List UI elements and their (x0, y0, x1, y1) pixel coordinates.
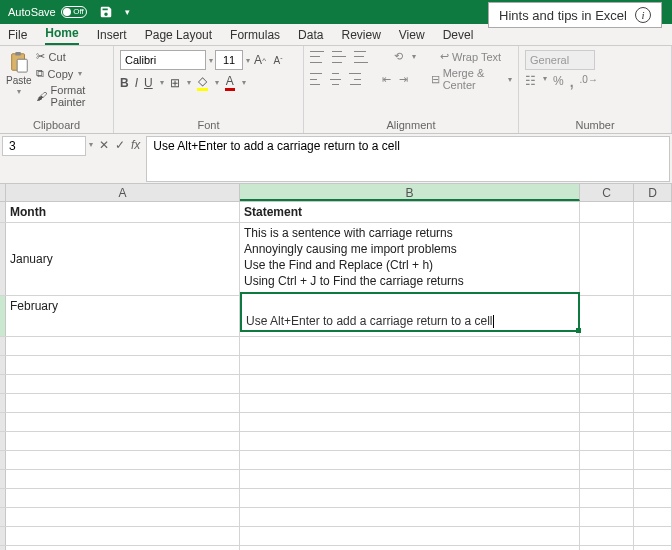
cell[interactable] (240, 489, 580, 507)
cell[interactable] (6, 470, 240, 488)
cell[interactable] (634, 356, 672, 374)
cell[interactable] (240, 337, 580, 355)
cell[interactable] (580, 432, 634, 450)
fill-handle[interactable] (576, 328, 581, 333)
cell[interactable] (580, 451, 634, 469)
align-middle-icon[interactable] (332, 51, 346, 63)
cell[interactable] (240, 394, 580, 412)
chevron-down-icon[interactable]: ▾ (125, 7, 130, 17)
cell[interactable] (240, 432, 580, 450)
cell[interactable] (580, 337, 634, 355)
font-color-button[interactable]: A (225, 74, 235, 91)
tab-view[interactable]: View (399, 25, 425, 45)
cell[interactable]: February (6, 296, 240, 336)
cell[interactable] (634, 296, 672, 336)
cell[interactable] (580, 356, 634, 374)
copy-button[interactable]: ⧉Copy▾ (36, 67, 107, 80)
cell[interactable] (580, 296, 634, 336)
cell[interactable] (6, 451, 240, 469)
cell[interactable] (6, 394, 240, 412)
name-box[interactable] (2, 136, 86, 156)
autosave-toggle[interactable]: AutoSave Off (8, 6, 87, 18)
italic-button[interactable]: I (135, 76, 138, 90)
cell[interactable] (634, 489, 672, 507)
cell[interactable] (580, 546, 634, 550)
align-top-icon[interactable] (310, 51, 324, 63)
cell[interactable] (240, 508, 580, 526)
underline-button[interactable]: U (144, 76, 153, 90)
increase-decimal-icon[interactable]: .0→ (580, 74, 598, 90)
column-header-c[interactable]: C (580, 184, 634, 201)
cell[interactable] (634, 375, 672, 393)
merge-center-button[interactable]: ⊟Merge & Center▾ (431, 67, 512, 91)
align-bottom-icon[interactable] (354, 51, 368, 63)
tab-page-layout[interactable]: Page Layout (145, 25, 212, 45)
confirm-edit-icon[interactable]: ✓ (115, 138, 125, 152)
cell[interactable] (634, 337, 672, 355)
cell[interactable] (240, 546, 580, 550)
decrease-font-icon[interactable]: Aˇ (270, 51, 286, 69)
font-size-select[interactable] (215, 50, 243, 70)
cell-editor[interactable]: Use Alt+Enter to add a carriage return t… (240, 292, 580, 332)
cell[interactable] (580, 223, 634, 295)
cell[interactable] (240, 527, 580, 545)
cell[interactable]: Month (6, 202, 240, 222)
fx-icon[interactable]: fx (131, 138, 140, 152)
column-header-a[interactable]: A (6, 184, 240, 201)
tab-developer[interactable]: Devel (443, 25, 474, 45)
increase-indent-icon[interactable]: ⇥ (399, 73, 408, 86)
cell[interactable] (634, 432, 672, 450)
cancel-edit-icon[interactable]: ✕ (99, 138, 109, 152)
cell[interactable] (240, 470, 580, 488)
cell[interactable] (6, 489, 240, 507)
cell[interactable] (240, 413, 580, 431)
cell[interactable] (634, 508, 672, 526)
cell[interactable] (634, 223, 672, 295)
cell[interactable] (580, 508, 634, 526)
column-header-d[interactable]: D (634, 184, 672, 201)
cell[interactable] (634, 470, 672, 488)
cell[interactable] (634, 527, 672, 545)
tab-home[interactable]: Home (45, 23, 78, 45)
bold-button[interactable]: B (120, 76, 129, 90)
cell[interactable] (6, 527, 240, 545)
tab-file[interactable]: File (8, 25, 27, 45)
cell[interactable]: Statement (240, 202, 580, 222)
format-painter-button[interactable]: 🖌Format Painter (36, 84, 107, 108)
save-icon[interactable] (99, 5, 113, 19)
cell[interactable] (634, 394, 672, 412)
align-left-icon[interactable] (310, 73, 322, 85)
chevron-down-icon[interactable]: ▾ (209, 56, 213, 65)
cell[interactable] (580, 470, 634, 488)
cell[interactable] (634, 202, 672, 222)
column-header-b[interactable]: B (240, 184, 580, 201)
percent-button[interactable]: % (553, 74, 564, 90)
orientation-icon[interactable]: ⟲ (394, 50, 403, 63)
cell[interactable] (6, 375, 240, 393)
cell[interactable] (580, 394, 634, 412)
decrease-indent-icon[interactable]: ⇤ (382, 73, 391, 86)
align-center-icon[interactable] (330, 73, 342, 85)
cell[interactable] (580, 489, 634, 507)
tab-data[interactable]: Data (298, 25, 323, 45)
tab-review[interactable]: Review (341, 25, 380, 45)
tab-insert[interactable]: Insert (97, 25, 127, 45)
cell[interactable] (634, 413, 672, 431)
cell[interactable] (580, 375, 634, 393)
chevron-down-icon[interactable]: ▾ (246, 56, 250, 65)
cell[interactable]: This is a sentence with carriage returns… (240, 223, 580, 295)
cell[interactable] (240, 375, 580, 393)
cell[interactable] (6, 413, 240, 431)
cell[interactable] (580, 527, 634, 545)
cell[interactable] (6, 356, 240, 374)
info-icon[interactable]: i (635, 7, 651, 23)
cell[interactable] (240, 356, 580, 374)
cut-button[interactable]: ✂Cut (36, 50, 107, 63)
cell[interactable] (6, 432, 240, 450)
cell[interactable]: January (6, 223, 240, 295)
wrap-text-button[interactable]: ↩Wrap Text (440, 50, 501, 63)
increase-font-icon[interactable]: A^ (252, 51, 268, 69)
cell[interactable] (580, 202, 634, 222)
font-name-select[interactable] (120, 50, 206, 70)
paste-button[interactable]: Paste ▾ (6, 50, 32, 117)
